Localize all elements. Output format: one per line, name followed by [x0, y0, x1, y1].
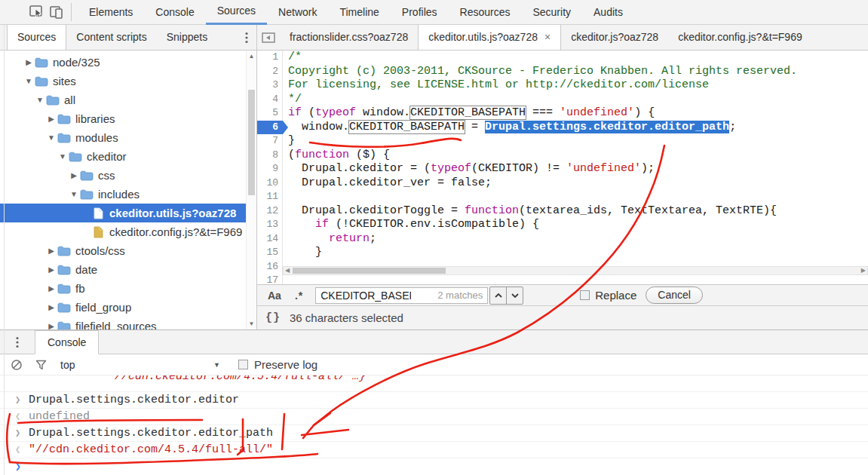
- device-toolbar-icon[interactable]: [47, 3, 66, 21]
- preserve-log-checkbox[interactable]: [238, 360, 248, 369]
- tab-profiles[interactable]: Profiles: [391, 0, 449, 25]
- tree-collapsed-arrow-icon[interactable]: ▶: [46, 115, 57, 123]
- find-next-icon[interactable]: [506, 287, 523, 304]
- find-input-box[interactable]: 2 matches: [315, 287, 488, 304]
- line-number[interactable]: 10: [257, 176, 283, 191]
- cancel-button[interactable]: Cancel: [646, 287, 703, 304]
- code-line-2[interactable]: 2Copyright (c) 2003-2011, CKSource - Fre…: [257, 65, 868, 79]
- hide-navigator-icon[interactable]: [257, 25, 280, 50]
- line-number[interactable]: 7: [257, 134, 283, 149]
- tree-collapsed-arrow-icon[interactable]: ▶: [46, 322, 57, 329]
- tree-folder-ckeditor[interactable]: ▼ckeditor: [0, 147, 256, 166]
- code-line-12[interactable]: 12 Drupal.ckeditorToggle = function(text…: [257, 204, 868, 219]
- line-number[interactable]: 3: [257, 78, 283, 93]
- line-number[interactable]: 16: [257, 260, 283, 274]
- code-line-7[interactable]: 7}: [257, 134, 868, 149]
- line-number[interactable]: 1: [257, 51, 283, 65]
- tree-scrollbar[interactable]: ▲ ▼: [246, 51, 256, 329]
- tab-security[interactable]: Security: [521, 0, 582, 25]
- line-number[interactable]: 8: [257, 149, 283, 163]
- match-case-toggle[interactable]: Aa: [268, 290, 281, 302]
- navigator-tab-content-scripts[interactable]: Content scripts: [66, 25, 156, 50]
- tree-collapsed-arrow-icon[interactable]: ▶: [46, 303, 57, 311]
- execution-context-select[interactable]: top ▼: [60, 359, 220, 371]
- tree-file-ckeditor-utils-js-oaz728[interactable]: ckeditor.utils.js?oaz728: [0, 204, 256, 222]
- line-number[interactable]: 14: [257, 232, 283, 247]
- tree-folder-node-325[interactable]: ▶node/325: [0, 53, 256, 72]
- tab-console[interactable]: Console: [35, 330, 99, 354]
- tree-collapsed-arrow-icon[interactable]: ▶: [46, 265, 57, 274]
- clear-console-icon[interactable]: [11, 359, 23, 371]
- line-number[interactable]: 4: [257, 93, 283, 107]
- console-result-row[interactable]: ❮"//cdn.ckeditor.com/4.5.4/full-all/": [0, 442, 868, 458]
- editor-horizontal-scrollbar[interactable]: ◀ ▶: [283, 266, 868, 275]
- code-line-17[interactable]: 17: [257, 274, 868, 284]
- tree-collapsed-arrow-icon[interactable]: ▶: [23, 58, 34, 66]
- code-line-6[interactable]: 6 window.CKEDITOR_BASEPATH = Drupal.sett…: [257, 121, 868, 135]
- scroll-left-icon[interactable]: ◀: [285, 267, 290, 274]
- line-number[interactable]: 5: [257, 106, 283, 121]
- tree-folder-filefield-sources[interactable]: ▶filefield_sources: [0, 317, 256, 329]
- tab-console[interactable]: Console: [144, 0, 205, 25]
- tree-folder-date[interactable]: ▶date: [0, 260, 256, 279]
- tree-folder-modules[interactable]: ▼modules: [0, 128, 256, 147]
- scroll-up-icon[interactable]: ▲: [247, 53, 256, 60]
- drawer-menu-kebab-icon[interactable]: [0, 330, 35, 354]
- tree-folder-ctools-css[interactable]: ▶ctools/css: [0, 241, 256, 260]
- scroll-down-icon[interactable]: ▼: [247, 320, 256, 327]
- hscroll-thumb[interactable]: [293, 268, 446, 274]
- replace-checkbox[interactable]: [580, 290, 590, 300]
- code-line-13[interactable]: 13 if (!CKEDITOR.env.isCompatible) {: [257, 218, 868, 232]
- file-tab[interactable]: ckeditor.utils.js?oaz728×: [418, 25, 561, 50]
- tab-resources[interactable]: Resources: [449, 0, 522, 25]
- tree-folder-sites[interactable]: ▼sites: [0, 72, 256, 90]
- tab-elements[interactable]: Elements: [78, 0, 144, 25]
- tree-folder-fb[interactable]: ▶fb: [0, 279, 256, 298]
- file-tab[interactable]: ckeditor.config.js?&t=F969: [668, 25, 812, 50]
- tree-expanded-arrow-icon[interactable]: ▼: [35, 96, 45, 104]
- line-number[interactable]: 13: [257, 218, 283, 232]
- tab-sources[interactable]: Sources: [206, 0, 267, 25]
- console-result-row[interactable]: ❮undefined: [0, 409, 868, 425]
- navigator-menu-kebab-icon[interactable]: [237, 25, 256, 50]
- code-line-8[interactable]: 8(function ($) {: [257, 149, 868, 163]
- code-line-15[interactable]: 15 }: [257, 246, 868, 260]
- console-command-row[interactable]: ❯Drupal.settings.ckeditor.editor_path: [0, 425, 868, 442]
- navigator-tab-sources[interactable]: Sources: [7, 25, 66, 50]
- navigator-tab-snippets[interactable]: Snippets: [157, 25, 217, 50]
- code-line-9[interactable]: 9 Drupal.ckeditor = (typeof(CKEDITOR) !=…: [257, 162, 868, 176]
- tree-collapsed-arrow-icon[interactable]: ▶: [69, 171, 79, 179]
- code-line-11[interactable]: 11: [257, 190, 868, 204]
- line-number[interactable]: 12: [257, 204, 283, 219]
- inspect-icon[interactable]: [27, 3, 47, 21]
- pretty-print-icon[interactable]: { }: [265, 311, 280, 324]
- line-number[interactable]: 17: [257, 274, 283, 284]
- line-number[interactable]: 2: [257, 65, 283, 79]
- tab-audits[interactable]: Audits: [582, 0, 634, 25]
- tree-file-ckeditor-config-js-t-f969[interactable]: ckeditor.config.js?&t=F969: [0, 222, 256, 241]
- tree-scroll-thumb[interactable]: [248, 90, 255, 195]
- tree-folder-all[interactable]: ▼all: [0, 90, 256, 109]
- line-number[interactable]: 15: [257, 246, 283, 260]
- find-previous-icon[interactable]: [490, 287, 506, 304]
- code-line-3[interactable]: 3For licensing, see LICENSE.html or http…: [257, 78, 868, 93]
- filter-icon[interactable]: [35, 360, 47, 370]
- scroll-right-icon[interactable]: ▶: [861, 267, 866, 274]
- code-area[interactable]: 1/*2Copyright (c) 2003-2011, CKSource - …: [257, 51, 868, 284]
- tree-expanded-arrow-icon[interactable]: ▼: [69, 190, 79, 198]
- tree-folder-includes[interactable]: ▼includes: [0, 185, 256, 204]
- code-line-1[interactable]: 1/*: [257, 51, 868, 65]
- tab-network[interactable]: Network: [267, 0, 328, 25]
- console-prompt-row[interactable]: ❯: [0, 458, 868, 475]
- line-number[interactable]: 9: [257, 162, 283, 176]
- tree-expanded-arrow-icon[interactable]: ▼: [57, 152, 68, 161]
- code-line-10[interactable]: 10 Drupal.ckeditor_ver = false;: [257, 176, 868, 191]
- tree-collapsed-arrow-icon[interactable]: ▶: [46, 247, 57, 255]
- tree-collapsed-arrow-icon[interactable]: ▶: [46, 284, 57, 293]
- find-input[interactable]: [321, 290, 411, 302]
- tree-expanded-arrow-icon[interactable]: ▼: [46, 133, 57, 142]
- line-number[interactable]: 6: [257, 121, 283, 135]
- console-command-row[interactable]: ❯Drupal.settings.ckeditor.editor: [0, 392, 868, 409]
- tree-folder-css[interactable]: ▶css: [0, 166, 256, 185]
- close-icon[interactable]: ×: [544, 31, 551, 43]
